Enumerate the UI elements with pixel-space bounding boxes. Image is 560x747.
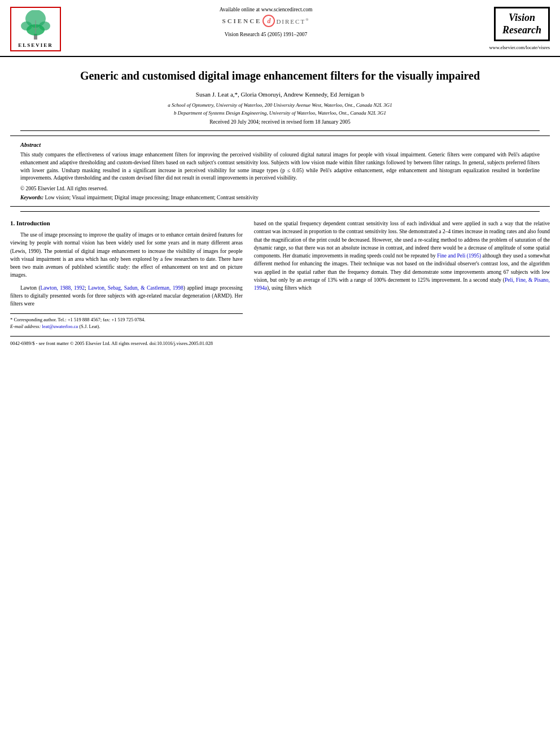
vision-research-box: VisionResearch <box>494 7 550 41</box>
direct-text: DIRECT® <box>276 18 309 25</box>
journal-info: Vision Research 45 (2005) 1991–2007 <box>225 32 308 37</box>
elsevier-tree-icon <box>19 10 53 41</box>
fine-peli-ref[interactable]: Fine and Peli (1995) <box>437 253 481 259</box>
header-center: Available online at www.sciencedirect.co… <box>61 7 471 37</box>
abstract-section: Abstract This study compares the effecti… <box>10 136 550 207</box>
email-label: E-mail address: leat@uwaterloo.ca (S.J. … <box>10 324 100 329</box>
website-text: www.elsevier.com/locate/visres <box>489 45 550 50</box>
divider-1 <box>20 130 540 131</box>
footer-text: 0042-6989/$ - see front matter © 2005 El… <box>10 340 550 347</box>
footnote-text: * Corresponding author. Tel.: +1 519 888… <box>10 317 243 330</box>
main-content: Generic and customised digital image enh… <box>0 57 560 350</box>
intro-para-2: Lawton (Lawton, 1988, 1992; Lawton, Seba… <box>10 284 243 308</box>
affiliation-b: b Department of Systems Design Engineeri… <box>33 110 527 116</box>
keywords-text: Low vision; Visual impairment; Digital i… <box>45 195 259 200</box>
elsevier-logo: ELSEVIER <box>10 7 61 51</box>
right-para-1: based on the spatial frequency dependent… <box>254 220 550 292</box>
lawton-1988-ref[interactable]: Lawton, 1988, 1992 <box>41 285 85 291</box>
abstract-text: This study compares the effectiveness of… <box>20 151 540 182</box>
received-dates: Received 20 July 2004; received in revis… <box>33 119 527 125</box>
header-right: VisionResearch www.elsevier.com/locate/v… <box>471 7 550 50</box>
copyright: © 2005 Elsevier Ltd. All rights reserved… <box>20 186 540 191</box>
intro-para-1: The use of image processing to improve t… <box>10 231 243 279</box>
affiliation-a: a School of Optometry, University of Wat… <box>33 102 527 108</box>
available-online-text: Available online at www.sciencedirect.co… <box>220 7 313 12</box>
page-header: ELSEVIER Available online at www.science… <box>0 0 560 57</box>
science-direct-logo: SCIENCE d DIRECT® <box>222 15 310 27</box>
vision-research-title: VisionResearch <box>502 12 541 36</box>
col-right: based on the spatial frequency dependent… <box>254 220 550 330</box>
science-direct-circle-icon: d <box>262 15 275 27</box>
divider-2 <box>20 211 540 212</box>
col-right-body: based on the spatial frequency dependent… <box>254 220 550 292</box>
keywords-label: Keywords: <box>20 195 43 200</box>
peli-fine-ref[interactable]: Peli, Fine, & Pisano, 1994a <box>254 277 550 291</box>
footer-area: 0042-6989/$ - see front matter © 2005 El… <box>10 336 550 350</box>
paper-title: Generic and customised digital image enh… <box>33 68 527 83</box>
email-link[interactable]: leat@uwaterloo.ca <box>42 324 78 329</box>
section-1-heading: 1. Introduction <box>10 220 243 226</box>
elsevier-text: ELSEVIER <box>18 42 53 48</box>
body-columns: 1. Introduction The use of image process… <box>10 220 550 330</box>
col-left: 1. Introduction The use of image process… <box>10 220 243 330</box>
authors: Susan J. Leat a,*, Gloria Omoruyi, Andre… <box>33 91 527 98</box>
col-left-body: The use of image processing to improve t… <box>10 231 243 308</box>
title-section: Generic and customised digital image enh… <box>10 57 550 130</box>
keywords: Keywords: Low vision; Visual impairment;… <box>20 195 540 200</box>
lawton-1998-ref[interactable]: Lawton, Sebag, Sadun, & Castleman, 1998 <box>88 285 183 291</box>
abstract-title: Abstract <box>20 142 540 148</box>
science-text: SCIENCE <box>222 18 262 24</box>
footnote-area: * Corresponding author. Tel.: +1 519 888… <box>10 313 243 330</box>
